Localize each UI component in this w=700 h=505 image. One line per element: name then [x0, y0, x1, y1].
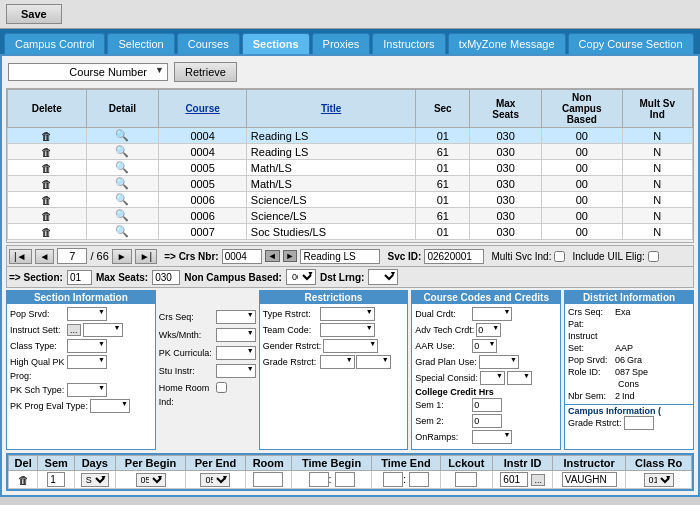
- per-begin-select[interactable]: 05: [136, 473, 166, 487]
- page-input[interactable]: [57, 248, 87, 264]
- course-codes-title: Course Codes and Credits: [412, 291, 560, 304]
- sem-input[interactable]: [47, 472, 65, 487]
- delete-icon: 🗑: [41, 130, 52, 142]
- onramps-row: OnRamps:: [415, 430, 557, 444]
- grade-rstrctn-select2[interactable]: [356, 355, 391, 369]
- course-codes-panel: Course Codes and Credits Dual Crdt: Adv …: [411, 290, 561, 450]
- special-consid-select[interactable]: [480, 371, 505, 385]
- non-campus-select-wrap: 00: [286, 269, 316, 285]
- multi-svc-checkbox[interactable]: [554, 251, 565, 262]
- search-select-wrap: Course Number: [8, 63, 168, 81]
- class-type-select[interactable]: [67, 339, 107, 353]
- first-page-button[interactable]: |◄: [9, 249, 32, 264]
- dual-crdt-select[interactable]: [472, 307, 512, 321]
- table-row[interactable]: 🗑 🔍 0006 Science/LS 6103000N: [8, 208, 693, 224]
- gender-rstrctn-select[interactable]: [323, 339, 378, 353]
- grade-rstrctn-row: Grade Rstrct:: [263, 355, 405, 369]
- sem2-input[interactable]: [472, 414, 502, 428]
- time-begin-mins[interactable]: [335, 472, 355, 487]
- wks-mnth-row: Wks/Mnth:: [159, 328, 256, 342]
- crs-seq-select[interactable]: [216, 310, 256, 324]
- special-consid-row: Special Consid:: [415, 371, 557, 385]
- max-seats-input[interactable]: [152, 270, 180, 285]
- col-mult-sv: Mult SvInd: [622, 90, 692, 128]
- bot-col-lckout: Lckout: [440, 456, 492, 471]
- aar-use-select[interactable]: 0: [472, 339, 497, 353]
- svc-id-input[interactable]: [424, 249, 484, 264]
- section-input[interactable]: [67, 270, 92, 285]
- table-row[interactable]: 🗑 🔍 0004 Reading LS 0103000N: [8, 128, 693, 144]
- type-rstrctn-select[interactable]: [320, 307, 375, 321]
- col-delete: Delete: [8, 90, 87, 128]
- tab-courses[interactable]: Courses: [177, 33, 240, 54]
- pop-srvd-row: Pop Srvd:: [10, 307, 152, 321]
- instructor-input[interactable]: [562, 472, 617, 487]
- col-course[interactable]: Course: [159, 90, 246, 128]
- crs-nbr-input[interactable]: [222, 249, 262, 264]
- prev-page-button[interactable]: ◄: [35, 249, 55, 264]
- table-row[interactable]: 🗑 🔍 0005 Math/LS 6103000N: [8, 176, 693, 192]
- non-campus-select[interactable]: 00: [286, 269, 316, 285]
- wks-mnth-select[interactable]: [216, 328, 256, 342]
- table-row[interactable]: 🗑 🔍 0006 Science/LS 0103000N: [8, 192, 693, 208]
- bot-col-per-begin: Per Begin: [115, 456, 186, 471]
- save-button[interactable]: Save: [6, 4, 62, 24]
- pk-curricula-row: PK Curricula:: [159, 346, 256, 360]
- detail-icon: 🔍: [115, 145, 129, 157]
- grade-rstrctn-select1[interactable]: [320, 355, 355, 369]
- sem1-input[interactable]: [472, 398, 502, 412]
- retrieve-button[interactable]: Retrieve: [174, 62, 237, 82]
- data-table-wrap: Delete Detail Course Title Sec MaxSeats …: [6, 88, 694, 243]
- high-qual-pk-row: High Qual PK: [10, 355, 152, 369]
- instr-id-dots[interactable]: ...: [531, 474, 545, 486]
- team-code-select[interactable]: [320, 323, 375, 337]
- instr-id-input[interactable]: [500, 472, 528, 487]
- days-select[interactable]: S: [81, 473, 109, 487]
- tab-sections[interactable]: Sections: [242, 33, 310, 54]
- crs-nbr-prev[interactable]: ◄: [265, 250, 280, 262]
- pk-prog-eval-select[interactable]: [90, 399, 130, 413]
- special-consid-select2[interactable]: [507, 371, 532, 385]
- high-qual-pk-select[interactable]: [67, 355, 107, 369]
- time-end-mins[interactable]: [409, 472, 429, 487]
- campus-grade-rstrctn-input[interactable]: [624, 416, 654, 430]
- col-title[interactable]: Title: [246, 90, 415, 128]
- tab-proxies[interactable]: Proxies: [312, 33, 371, 54]
- crs-nbr-next[interactable]: ►: [283, 250, 298, 262]
- bot-delete-icon: 🗑: [18, 474, 29, 486]
- course-title-input[interactable]: [300, 249, 380, 264]
- lckout-input[interactable]: [455, 472, 477, 487]
- time-end-hrs[interactable]: [383, 472, 403, 487]
- pk-sch-type-select[interactable]: [67, 383, 107, 397]
- pk-curricula-select[interactable]: [216, 346, 256, 360]
- per-end-select[interactable]: 05: [200, 473, 230, 487]
- grad-plan-select[interactable]: [479, 355, 519, 369]
- time-begin-hrs[interactable]: [309, 472, 329, 487]
- table-row[interactable]: 🗑 🔍 0004 Reading LS 6103000N: [8, 144, 693, 160]
- next-page-button[interactable]: ►: [112, 249, 132, 264]
- dst-lrng-select[interactable]: [368, 269, 398, 285]
- pop-srvd-select[interactable]: [67, 307, 107, 321]
- instruct-sett-dots[interactable]: ...: [67, 324, 81, 336]
- tab-instructors[interactable]: Instructors: [372, 33, 445, 54]
- onramps-select[interactable]: [472, 430, 512, 444]
- district-spe-value: Spe: [632, 367, 648, 377]
- tab-txmyzone[interactable]: txMyZone Message: [448, 33, 566, 54]
- class-ro-select[interactable]: 01: [644, 473, 674, 487]
- course-number-select[interactable]: Course Number: [8, 63, 168, 81]
- tab-selection[interactable]: Selection: [107, 33, 174, 54]
- home-room-checkbox[interactable]: [216, 382, 227, 393]
- adv-tech-crdt-select[interactable]: 0: [476, 323, 501, 337]
- table-row[interactable]: 🗑 🔍 0007 Soc Studies/LS 0103000N: [8, 224, 693, 240]
- tab-copy-course-section[interactable]: Copy Course Section: [568, 33, 694, 54]
- pop-srvd-label: Pop Srvd:: [10, 309, 65, 319]
- room-input[interactable]: [253, 472, 283, 487]
- table-row[interactable]: 🗑 🔍 0005 Math/LS 0103000N: [8, 160, 693, 176]
- detail-icon: 🔍: [115, 161, 129, 173]
- stu-instr-select[interactable]: [216, 364, 256, 378]
- include-uil-checkbox[interactable]: [648, 251, 659, 262]
- tab-campus-control[interactable]: Campus Control: [4, 33, 105, 54]
- instruct-sett-select[interactable]: [83, 323, 123, 337]
- last-page-button[interactable]: ►|: [135, 249, 158, 264]
- district-gra-value: Gra: [627, 355, 642, 365]
